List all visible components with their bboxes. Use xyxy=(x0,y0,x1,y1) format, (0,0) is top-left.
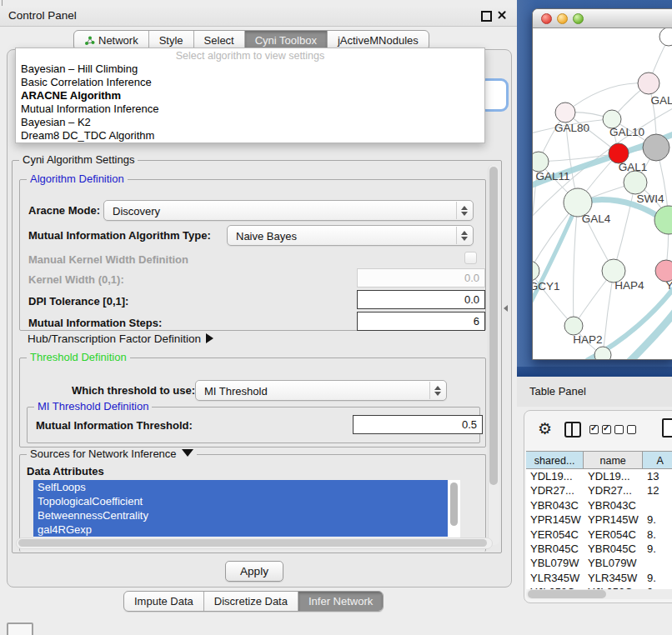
hide-columns-icon[interactable] xyxy=(614,425,636,434)
dpi-tolerance-label: DPI Tolerance [0,1]: xyxy=(28,295,128,308)
network-node[interactable] xyxy=(654,206,672,234)
network-edge[interactable] xyxy=(574,202,578,326)
table-cell: YER054C xyxy=(584,528,643,542)
network-canvas[interactable]: GALGAL80GAL10GAL1GAL11SWI4GAL4GCY1HAP4YH… xyxy=(533,28,672,359)
panel-splitter-arrow[interactable] xyxy=(504,305,508,312)
gear-icon[interactable]: ⚙ xyxy=(538,420,552,438)
algorithm-dropdown-popup: Select algorithm to view settings Bayesi… xyxy=(15,48,485,143)
data-attribute-item[interactable]: SelfLoops xyxy=(33,480,448,494)
table-row[interactable]: YLR345WYLR345W9. xyxy=(526,571,672,585)
scrollbar-thumb[interactable] xyxy=(528,590,606,598)
data-attribute-item[interactable]: gal4RGexp xyxy=(33,522,448,537)
settings-vertical-scrollbar[interactable] xyxy=(488,165,499,545)
scrollbar-thumb[interactable] xyxy=(18,539,487,547)
close-traffic-light-icon[interactable] xyxy=(541,13,552,24)
network-node-gal[interactable] xyxy=(638,72,659,94)
algorithm-option[interactable]: Basic Correlation Inference xyxy=(16,76,484,89)
tab-impute-data[interactable]: Impute Data xyxy=(124,592,203,611)
table-cell: YLR345W xyxy=(526,571,584,585)
threshold-definition-title: Threshold Definition xyxy=(27,351,130,363)
collapse-down-icon xyxy=(182,449,193,457)
data-attribute-item[interactable]: BetweennessCentrality xyxy=(33,508,448,522)
network-node[interactable] xyxy=(659,28,672,46)
table-row[interactable]: YBR045CYBR045C9. xyxy=(526,542,672,556)
table-row[interactable]: YDL19...YDL19...13 xyxy=(526,469,672,483)
dpi-tolerance-field[interactable]: 0.0 xyxy=(357,290,485,309)
network-node-gal11[interactable] xyxy=(533,152,549,172)
tab-infer-network-label: Infer Network xyxy=(308,592,373,611)
table-horizontal-scrollbar[interactable] xyxy=(526,589,672,599)
manual-kernel-width-checkbox[interactable] xyxy=(464,252,477,264)
cyni-bottom-tabbar: Impute Data Discretize Data Infer Networ… xyxy=(123,591,384,612)
aracne-mode-combobox[interactable]: Discovery xyxy=(103,200,474,221)
column-header[interactable]: name xyxy=(584,451,643,469)
table-row[interactable]: YPR145WYPR145W9. xyxy=(526,512,672,527)
close-icon[interactable] xyxy=(497,10,507,20)
network-edge[interactable] xyxy=(533,271,574,326)
data-attributes-list[interactable]: SelfLoopsTopologicalCoefficientBetweenne… xyxy=(33,480,460,545)
network-edge[interactable] xyxy=(565,83,649,112)
table-cell: YER054C xyxy=(526,528,584,542)
mi-threshold-field[interactable]: 0.5 xyxy=(353,415,483,434)
node-table[interactable]: shared...nameAYDL19...YDL19...13YDR27...… xyxy=(526,451,672,589)
tab-infer-network[interactable]: Infer Network xyxy=(298,592,383,611)
mi-steps-field[interactable]: 6 xyxy=(357,312,485,331)
data-attributes-label: Data Attributes xyxy=(27,465,104,478)
table-cell: YBL079W xyxy=(584,556,643,570)
zoom-traffic-light-icon[interactable] xyxy=(573,13,584,24)
minimize-traffic-light-icon[interactable] xyxy=(557,13,568,24)
algorithm-option[interactable]: ARACNE Algorithm xyxy=(16,89,484,102)
table-row[interactable]: YER054CYER054C8. xyxy=(526,528,672,542)
network-node-swi4[interactable] xyxy=(624,171,647,194)
mi-algorithm-type-label: Mutual Information Algorithm Type: xyxy=(28,229,211,242)
table-row[interactable]: YBR043CYBR043C xyxy=(526,498,672,512)
table-panel: ⚙ shared...nameAYDL19...YDL19...13YDR27.… xyxy=(524,410,672,603)
table-cell: YDR27... xyxy=(584,483,643,498)
minimized-panel-icon[interactable] xyxy=(7,622,33,635)
show-checked-columns-icon[interactable] xyxy=(589,425,611,434)
algorithm-placeholder: Select algorithm to view settings xyxy=(16,49,484,62)
network-edge[interactable] xyxy=(614,182,635,271)
list-scrollbar-thumb[interactable] xyxy=(450,482,458,526)
network-canvas-svg[interactable]: GALGAL80GAL10GAL1GAL11SWI4GAL4GCY1HAP4YH… xyxy=(533,28,672,359)
network-node-label: GAL xyxy=(650,94,672,107)
data-attribute-item[interactable]: TopologicalCoefficient xyxy=(33,494,448,508)
columns-icon[interactable] xyxy=(564,422,581,438)
network-edge-highlighted[interactable] xyxy=(533,202,578,312)
mi-threshold-definition-group: MI Threshold Definition Mutual Informati… xyxy=(27,407,480,443)
network-node[interactable] xyxy=(643,134,669,161)
which-threshold-combobox[interactable]: MI Threshold xyxy=(195,380,447,401)
column-header[interactable]: A xyxy=(643,451,672,469)
float-panel-icon[interactable] xyxy=(481,11,492,22)
network-node-gcy1[interactable] xyxy=(533,261,539,281)
algorithm-option[interactable]: Mutual Information Inference xyxy=(16,102,484,116)
network-window-titlebar[interactable] xyxy=(533,9,672,28)
column-header[interactable]: shared... xyxy=(526,451,584,469)
algorithm-option[interactable]: Bayesian – Hill Climbing xyxy=(16,62,484,76)
settings-horizontal-scrollbar[interactable] xyxy=(16,538,493,549)
table-row[interactable]: YBL079WYBL079W xyxy=(526,556,672,570)
threshold-definition-group: Threshold Definition Which threshold to … xyxy=(19,358,486,448)
network-node-hap2[interactable] xyxy=(564,317,583,335)
table-toolbar: ⚙ xyxy=(524,411,672,449)
scrollbar-thumb[interactable] xyxy=(489,167,498,485)
sources-group-title[interactable]: Sources for Network Inference xyxy=(27,448,197,460)
mi-algorithm-type-value: Naive Bayes xyxy=(236,230,297,242)
kernel-width-field[interactable]: 0.0 xyxy=(357,268,485,288)
network-node-gal80[interactable] xyxy=(555,102,575,122)
stepper-icon xyxy=(429,382,445,399)
network-view-window[interactable]: GALGAL80GAL10GAL1GAL11SWI4GAL4GCY1HAP4YH… xyxy=(532,8,672,360)
apply-button[interactable]: Apply xyxy=(225,561,283,582)
mi-algorithm-type-combobox[interactable]: Naive Bayes xyxy=(227,225,474,246)
algorithm-option[interactable]: Bayesian – K2 xyxy=(16,116,484,129)
table-row[interactable]: YDR27...YDR27...12 xyxy=(526,483,672,498)
tab-discretize-data[interactable]: Discretize Data xyxy=(203,592,298,611)
page-icon[interactable] xyxy=(662,418,672,438)
cyni-algorithm-settings-group: Cyni Algorithm Settings Algorithm Defini… xyxy=(12,160,502,553)
mi-threshold-label: Mutual Information Threshold: xyxy=(36,419,193,432)
hub-definition-toggle[interactable]: Hub/Transcription Factor Definition xyxy=(28,332,213,345)
network-node[interactable] xyxy=(594,347,611,359)
network-node-label: HAP2 xyxy=(573,333,602,346)
algorithm-option[interactable]: Dream8 DC_TDC Algorithm xyxy=(16,129,484,142)
which-threshold-value: MI Threshold xyxy=(204,385,268,398)
